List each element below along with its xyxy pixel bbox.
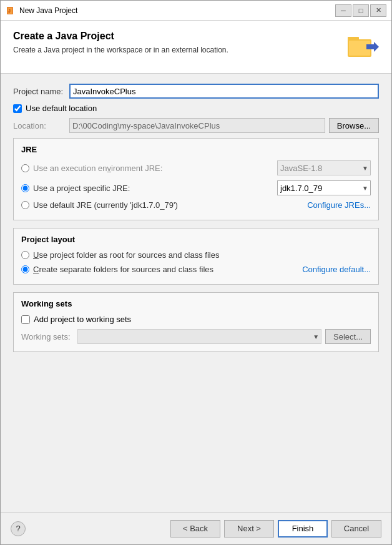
jre-option1-row: Use an execution environment JRE: JavaSE… — [21, 160, 371, 175]
add-working-sets-label[interactable]: Add project to working sets — [34, 315, 131, 324]
jre-specific-combo-wrapper: jdk1.7.0_79 ▼ — [277, 180, 371, 195]
jre-default-radio[interactable] — [21, 201, 29, 209]
jre-option2-row: Use a project specific JRE: jdk1.7.0_79 … — [21, 180, 371, 195]
main-window: J New Java Project ─ □ ✕ Create a Java P… — [0, 0, 392, 545]
minimize-button[interactable]: ─ — [335, 4, 351, 17]
use-default-label[interactable]: Use default location — [26, 104, 97, 113]
browse-button[interactable]: Browse... — [329, 118, 379, 133]
main-content: Project name: Use default location Locat… — [1, 74, 391, 512]
jre-env-combo-wrapper: JavaSE-1.8 ▼ — [277, 160, 371, 175]
layout-option1-row: Use project folder as root for sources a… — [21, 250, 371, 260]
use-default-checkbox[interactable] — [13, 104, 22, 113]
nav-buttons: < Back Next > Finish Cancel — [170, 520, 381, 538]
add-working-sets-checkbox[interactable] — [21, 315, 30, 324]
jre-execution-env-label[interactable]: Use an execution environment JRE: — [33, 164, 277, 173]
finish-button[interactable]: Finish — [278, 520, 328, 538]
working-sets-section: Working sets Add project to working sets… — [13, 292, 379, 352]
jre-execution-env-radio[interactable] — [21, 164, 29, 172]
project-name-input[interactable] — [69, 84, 379, 99]
jre-option3-left: Use default JRE (currently 'jdk1.7.0_79'… — [21, 200, 178, 210]
working-sets-combo[interactable] — [77, 329, 321, 344]
configure-default-link[interactable]: Configure default... — [302, 265, 371, 274]
working-sets-combo-wrapper: ▼ — [77, 329, 321, 344]
location-row: Location: Browse... — [13, 118, 379, 133]
working-sets-label: Working sets: — [21, 332, 77, 341]
title-bar: J New Java Project ─ □ ✕ — [1, 1, 391, 21]
jre-default-label[interactable]: Use default JRE (currently 'jdk1.7.0_79'… — [33, 200, 178, 210]
help-button[interactable]: ? — [11, 521, 26, 536]
layout-option2-row: Create separate folders for sources and … — [21, 265, 371, 274]
select-button[interactable]: Select... — [325, 329, 371, 344]
configure-jres-link[interactable]: Configure JREs... — [307, 200, 371, 210]
header-subtitle: Create a Java project in the workspace o… — [13, 46, 339, 54]
layout-option2-left: Create separate folders for sources and … — [21, 265, 213, 274]
next-button[interactable]: Next > — [224, 520, 274, 538]
layout-root-label[interactable]: Use project folder as root for sources a… — [33, 250, 371, 260]
jre-specific-combo[interactable]: jdk1.7.0_79 — [277, 180, 371, 195]
svg-text:J: J — [8, 9, 11, 13]
jre-section: JRE Use an execution environment JRE: Ja… — [13, 138, 379, 220]
project-name-row: Project name: — [13, 84, 379, 99]
layout-separate-folders-label[interactable]: Create separate folders for sources and … — [33, 265, 213, 274]
button-bar: ? < Back Next > Finish Cancel — [1, 512, 391, 544]
project-icon — [346, 31, 379, 63]
window-controls: ─ □ ✕ — [335, 4, 386, 17]
layout-root-radio[interactable] — [21, 251, 29, 259]
working-sets-row: Working sets: ▼ Select... — [21, 329, 371, 344]
maximize-button[interactable]: □ — [353, 4, 369, 17]
location-input — [69, 118, 325, 133]
close-button[interactable]: ✕ — [370, 4, 386, 17]
window-icon: J — [6, 6, 16, 16]
window-title: New Java Project — [19, 6, 335, 15]
header-title: Create a Java Project — [13, 31, 339, 42]
project-layout-section: Project layout Use project folder as roo… — [13, 228, 379, 285]
add-to-working-sets-row: Add project to working sets — [21, 315, 371, 324]
project-layout-title: Project layout — [21, 235, 371, 244]
jre-env-combo[interactable]: JavaSE-1.8 — [277, 160, 371, 175]
back-button[interactable]: < Back — [170, 520, 220, 538]
project-name-label: Project name: — [13, 87, 69, 96]
jre-project-specific-label[interactable]: Use a project specific JRE: — [33, 184, 277, 193]
cancel-button[interactable]: Cancel — [331, 520, 381, 538]
jre-section-title: JRE — [21, 145, 371, 154]
jre-project-specific-radio[interactable] — [21, 184, 29, 192]
svg-rect-4 — [348, 37, 359, 41]
header-text: Create a Java Project Create a Java proj… — [13, 31, 339, 54]
working-sets-title: Working sets — [21, 299, 371, 308]
header: Create a Java Project Create a Java proj… — [1, 21, 391, 74]
jre-option3-row: Use default JRE (currently 'jdk1.7.0_79'… — [21, 200, 371, 210]
location-label: Location: — [13, 121, 69, 130]
use-default-location-row: Use default location — [13, 104, 379, 113]
layout-separate-folders-radio[interactable] — [21, 265, 29, 273]
